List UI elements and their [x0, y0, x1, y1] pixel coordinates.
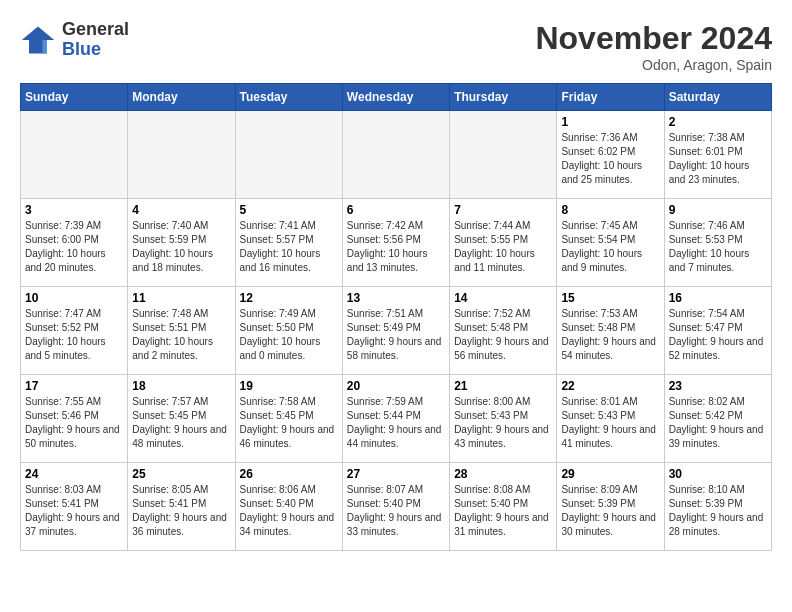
day-number: 10 — [25, 291, 123, 305]
calendar-cell: 30Sunrise: 8:10 AM Sunset: 5:39 PM Dayli… — [664, 463, 771, 551]
calendar-cell: 2Sunrise: 7:38 AM Sunset: 6:01 PM Daylig… — [664, 111, 771, 199]
svg-marker-1 — [22, 26, 54, 53]
weekday-header-monday: Monday — [128, 84, 235, 111]
calendar-cell: 22Sunrise: 8:01 AM Sunset: 5:43 PM Dayli… — [557, 375, 664, 463]
day-info: Sunrise: 7:51 AM Sunset: 5:49 PM Dayligh… — [347, 307, 445, 363]
calendar-cell: 14Sunrise: 7:52 AM Sunset: 5:48 PM Dayli… — [450, 287, 557, 375]
logo-icon — [20, 22, 56, 58]
day-number: 11 — [132, 291, 230, 305]
calendar-cell: 3Sunrise: 7:39 AM Sunset: 6:00 PM Daylig… — [21, 199, 128, 287]
weekday-header-friday: Friday — [557, 84, 664, 111]
day-info: Sunrise: 8:02 AM Sunset: 5:42 PM Dayligh… — [669, 395, 767, 451]
weekday-header-sunday: Sunday — [21, 84, 128, 111]
day-info: Sunrise: 7:59 AM Sunset: 5:44 PM Dayligh… — [347, 395, 445, 451]
day-number: 25 — [132, 467, 230, 481]
calendar-cell: 9Sunrise: 7:46 AM Sunset: 5:53 PM Daylig… — [664, 199, 771, 287]
calendar-cell: 11Sunrise: 7:48 AM Sunset: 5:51 PM Dayli… — [128, 287, 235, 375]
day-info: Sunrise: 7:53 AM Sunset: 5:48 PM Dayligh… — [561, 307, 659, 363]
day-number: 8 — [561, 203, 659, 217]
day-info: Sunrise: 7:38 AM Sunset: 6:01 PM Dayligh… — [669, 131, 767, 187]
calendar-cell: 26Sunrise: 8:06 AM Sunset: 5:40 PM Dayli… — [235, 463, 342, 551]
day-number: 9 — [669, 203, 767, 217]
day-number: 12 — [240, 291, 338, 305]
calendar-cell: 8Sunrise: 7:45 AM Sunset: 5:54 PM Daylig… — [557, 199, 664, 287]
day-info: Sunrise: 8:08 AM Sunset: 5:40 PM Dayligh… — [454, 483, 552, 539]
calendar-cell: 25Sunrise: 8:05 AM Sunset: 5:41 PM Dayli… — [128, 463, 235, 551]
calendar-cell — [128, 111, 235, 199]
month-title: November 2024 — [535, 20, 772, 57]
week-row-2: 10Sunrise: 7:47 AM Sunset: 5:52 PM Dayli… — [21, 287, 772, 375]
day-number: 24 — [25, 467, 123, 481]
calendar-cell — [21, 111, 128, 199]
calendar-cell — [235, 111, 342, 199]
day-info: Sunrise: 8:03 AM Sunset: 5:41 PM Dayligh… — [25, 483, 123, 539]
day-number: 21 — [454, 379, 552, 393]
day-number: 30 — [669, 467, 767, 481]
weekday-header-thursday: Thursday — [450, 84, 557, 111]
logo-blue: Blue — [62, 39, 101, 59]
calendar-cell: 5Sunrise: 7:41 AM Sunset: 5:57 PM Daylig… — [235, 199, 342, 287]
day-number: 16 — [669, 291, 767, 305]
day-number: 2 — [669, 115, 767, 129]
location: Odon, Aragon, Spain — [535, 57, 772, 73]
day-info: Sunrise: 7:40 AM Sunset: 5:59 PM Dayligh… — [132, 219, 230, 275]
calendar-cell: 28Sunrise: 8:08 AM Sunset: 5:40 PM Dayli… — [450, 463, 557, 551]
calendar-cell: 21Sunrise: 8:00 AM Sunset: 5:43 PM Dayli… — [450, 375, 557, 463]
logo: General Blue — [20, 20, 129, 60]
page-header: General Blue November 2024 Odon, Aragon,… — [20, 20, 772, 73]
day-info: Sunrise: 7:44 AM Sunset: 5:55 PM Dayligh… — [454, 219, 552, 275]
weekday-header-saturday: Saturday — [664, 84, 771, 111]
day-number: 4 — [132, 203, 230, 217]
day-info: Sunrise: 8:07 AM Sunset: 5:40 PM Dayligh… — [347, 483, 445, 539]
day-info: Sunrise: 7:55 AM Sunset: 5:46 PM Dayligh… — [25, 395, 123, 451]
calendar-cell: 24Sunrise: 8:03 AM Sunset: 5:41 PM Dayli… — [21, 463, 128, 551]
calendar-cell: 7Sunrise: 7:44 AM Sunset: 5:55 PM Daylig… — [450, 199, 557, 287]
day-number: 28 — [454, 467, 552, 481]
day-info: Sunrise: 7:41 AM Sunset: 5:57 PM Dayligh… — [240, 219, 338, 275]
day-number: 29 — [561, 467, 659, 481]
calendar-cell: 15Sunrise: 7:53 AM Sunset: 5:48 PM Dayli… — [557, 287, 664, 375]
calendar-cell: 6Sunrise: 7:42 AM Sunset: 5:56 PM Daylig… — [342, 199, 449, 287]
weekday-header-wednesday: Wednesday — [342, 84, 449, 111]
calendar-cell: 1Sunrise: 7:36 AM Sunset: 6:02 PM Daylig… — [557, 111, 664, 199]
day-info: Sunrise: 7:57 AM Sunset: 5:45 PM Dayligh… — [132, 395, 230, 451]
calendar-cell — [450, 111, 557, 199]
day-number: 13 — [347, 291, 445, 305]
day-info: Sunrise: 7:42 AM Sunset: 5:56 PM Dayligh… — [347, 219, 445, 275]
day-info: Sunrise: 7:36 AM Sunset: 6:02 PM Dayligh… — [561, 131, 659, 187]
day-number: 17 — [25, 379, 123, 393]
calendar-cell: 17Sunrise: 7:55 AM Sunset: 5:46 PM Dayli… — [21, 375, 128, 463]
calendar-cell: 18Sunrise: 7:57 AM Sunset: 5:45 PM Dayli… — [128, 375, 235, 463]
calendar-cell: 27Sunrise: 8:07 AM Sunset: 5:40 PM Dayli… — [342, 463, 449, 551]
calendar-cell: 12Sunrise: 7:49 AM Sunset: 5:50 PM Dayli… — [235, 287, 342, 375]
day-number: 3 — [25, 203, 123, 217]
day-number: 23 — [669, 379, 767, 393]
logo-general: General — [62, 19, 129, 39]
calendar-cell: 13Sunrise: 7:51 AM Sunset: 5:49 PM Dayli… — [342, 287, 449, 375]
calendar-cell: 4Sunrise: 7:40 AM Sunset: 5:59 PM Daylig… — [128, 199, 235, 287]
day-number: 22 — [561, 379, 659, 393]
calendar-cell: 16Sunrise: 7:54 AM Sunset: 5:47 PM Dayli… — [664, 287, 771, 375]
calendar-cell: 23Sunrise: 8:02 AM Sunset: 5:42 PM Dayli… — [664, 375, 771, 463]
title-block: November 2024 Odon, Aragon, Spain — [535, 20, 772, 73]
week-row-1: 3Sunrise: 7:39 AM Sunset: 6:00 PM Daylig… — [21, 199, 772, 287]
day-info: Sunrise: 7:58 AM Sunset: 5:45 PM Dayligh… — [240, 395, 338, 451]
day-info: Sunrise: 8:01 AM Sunset: 5:43 PM Dayligh… — [561, 395, 659, 451]
day-number: 7 — [454, 203, 552, 217]
day-info: Sunrise: 7:47 AM Sunset: 5:52 PM Dayligh… — [25, 307, 123, 363]
day-number: 1 — [561, 115, 659, 129]
day-number: 26 — [240, 467, 338, 481]
calendar-table: SundayMondayTuesdayWednesdayThursdayFrid… — [20, 83, 772, 551]
day-info: Sunrise: 7:45 AM Sunset: 5:54 PM Dayligh… — [561, 219, 659, 275]
day-info: Sunrise: 7:52 AM Sunset: 5:48 PM Dayligh… — [454, 307, 552, 363]
day-number: 20 — [347, 379, 445, 393]
day-number: 18 — [132, 379, 230, 393]
calendar-cell: 20Sunrise: 7:59 AM Sunset: 5:44 PM Dayli… — [342, 375, 449, 463]
weekday-header-tuesday: Tuesday — [235, 84, 342, 111]
day-info: Sunrise: 7:49 AM Sunset: 5:50 PM Dayligh… — [240, 307, 338, 363]
day-info: Sunrise: 8:00 AM Sunset: 5:43 PM Dayligh… — [454, 395, 552, 451]
calendar-cell: 19Sunrise: 7:58 AM Sunset: 5:45 PM Dayli… — [235, 375, 342, 463]
day-info: Sunrise: 7:54 AM Sunset: 5:47 PM Dayligh… — [669, 307, 767, 363]
day-info: Sunrise: 8:09 AM Sunset: 5:39 PM Dayligh… — [561, 483, 659, 539]
week-row-3: 17Sunrise: 7:55 AM Sunset: 5:46 PM Dayli… — [21, 375, 772, 463]
